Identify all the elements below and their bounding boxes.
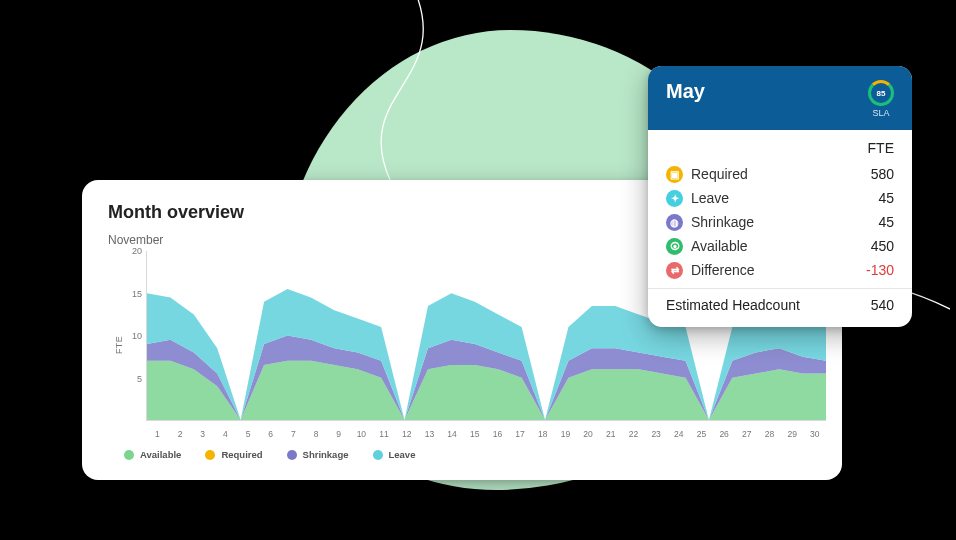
x-tick: 21 [599,429,622,439]
available-icon: ⦿ [666,238,683,255]
detail-row-value: -130 [866,262,894,278]
sla-ring-icon: 85 [868,80,894,106]
x-tick: 14 [441,429,464,439]
x-tick: 7 [282,429,305,439]
required-icon: ▣ [666,166,683,183]
y-ticks: 5101520 [128,251,146,421]
legend-item-required: Required [205,449,262,460]
detail-row-label: Available [691,238,748,254]
divider [648,288,912,289]
detail-header: May 85 SLA [648,66,912,130]
x-tick: 23 [645,429,668,439]
legend-swatch [205,450,215,460]
x-tick: 1 [146,429,169,439]
detail-body: FTE ▣Required580✦Leave45◍Shrinkage45⦿Ava… [648,130,912,327]
x-tick: 8 [305,429,328,439]
detail-row-label: Required [691,166,748,182]
y-axis-label: FTE [114,336,124,354]
x-tick: 26 [713,429,736,439]
legend-swatch [287,450,297,460]
legend-item-available: Available [124,449,181,460]
month-detail-card: May 85 SLA FTE ▣Required580✦Leave45◍Shri… [648,66,912,327]
x-tick: 3 [191,429,214,439]
headcount-value: 540 [871,297,894,313]
detail-row-required: ▣Required580 [666,162,894,186]
x-tick: 4 [214,429,237,439]
x-tick: 20 [577,429,600,439]
sla-label: SLA [872,108,889,118]
x-tick: 11 [373,429,396,439]
fte-column-header: FTE [666,140,894,156]
headcount-row: Estimated Headcount 540 [666,295,894,313]
y-tick: 15 [132,289,142,299]
detail-row-value: 450 [871,238,894,254]
legend-item-shrinkage: Shrinkage [287,449,349,460]
shrinkage-icon: ◍ [666,214,683,231]
x-ticks: 1234567891011121314151617181920212223242… [146,429,826,439]
detail-row-value: 45 [878,214,894,230]
x-tick: 27 [735,429,758,439]
detail-row-value: 580 [871,166,894,182]
x-tick: 24 [667,429,690,439]
leave-icon: ✦ [666,190,683,207]
legend-item-leave: Leave [373,449,416,460]
legend-label: Shrinkage [303,449,349,460]
detail-row-value: 45 [878,190,894,206]
detail-row-label: Shrinkage [691,214,754,230]
difference-icon: ⇄ [666,262,683,279]
detail-row-available: ⦿Available450 [666,234,894,258]
x-tick: 10 [350,429,373,439]
detail-row-difference: ⇄Difference-130 [666,258,894,282]
legend-label: Leave [389,449,416,460]
legend-swatch [124,450,134,460]
chart-legend: AvailableRequiredShrinkageLeave [124,449,816,460]
x-tick: 12 [395,429,418,439]
headcount-label: Estimated Headcount [666,297,800,313]
legend-label: Available [140,449,181,460]
x-tick: 25 [690,429,713,439]
x-tick: 16 [486,429,509,439]
x-tick: 9 [327,429,350,439]
x-tick: 13 [418,429,441,439]
x-tick: 18 [531,429,554,439]
x-tick: 2 [169,429,192,439]
x-tick: 6 [259,429,282,439]
y-tick: 5 [137,374,142,384]
x-tick: 28 [758,429,781,439]
detail-row-label: Leave [691,190,729,206]
y-tick: 10 [132,331,142,341]
x-tick: 5 [237,429,260,439]
detail-title: May [666,80,705,103]
x-tick: 22 [622,429,645,439]
x-tick: 29 [781,429,804,439]
detail-row-shrinkage: ◍Shrinkage45 [666,210,894,234]
x-tick: 17 [509,429,532,439]
legend-swatch [373,450,383,460]
detail-row-label: Difference [691,262,755,278]
x-tick: 30 [803,429,826,439]
y-tick: 20 [132,246,142,256]
x-tick: 19 [554,429,577,439]
detail-row-leave: ✦Leave45 [666,186,894,210]
sla-indicator: 85 SLA [868,80,894,118]
x-tick: 15 [463,429,486,439]
legend-label: Required [221,449,262,460]
